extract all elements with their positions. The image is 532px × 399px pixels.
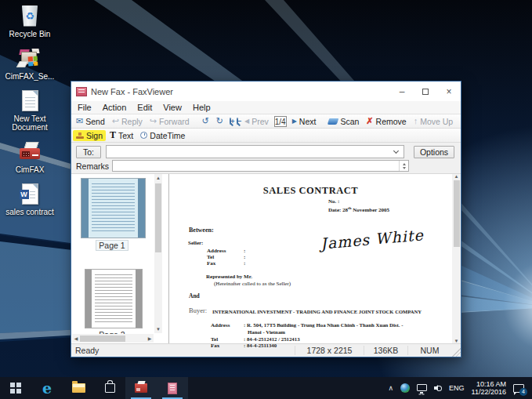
forward-button[interactable]: ↪Forward (147, 116, 193, 127)
maximize-button[interactable] (414, 82, 437, 101)
fax-document[interactable]: SALES CONTRACT No. : Date: 28th November… (169, 174, 452, 343)
rotate-right-icon: ↻ (216, 117, 223, 125)
edge-icon: e (42, 381, 52, 395)
scroll-up-icon[interactable]: ▲ (156, 174, 161, 182)
menu-bar: File Action Edit View Help (71, 101, 461, 114)
zoom-out-icon[interactable]: − (237, 118, 238, 125)
windows-logo-icon (10, 383, 21, 394)
menu-view[interactable]: View (163, 103, 182, 112)
zoom-in-icon[interactable]: + (230, 118, 231, 125)
scrollbar-thumb[interactable] (155, 183, 161, 252)
scrollbar-thumb[interactable] (80, 336, 125, 342)
taskbar-edge-button[interactable]: e (31, 377, 63, 399)
remove-button[interactable]: ✗Remove (363, 116, 409, 127)
doc-colon: : (244, 260, 245, 267)
menu-file[interactable]: File (78, 103, 92, 112)
speaker-icon[interactable] (434, 384, 442, 392)
display-icon[interactable] (417, 384, 427, 391)
send-button[interactable]: ✉Send (73, 116, 108, 127)
reply-button[interactable]: ↩Reply (109, 116, 146, 127)
next-icon: ▶ (292, 117, 297, 125)
move-up-icon: ↑ (414, 117, 418, 125)
doc-seller: Seller: (188, 240, 203, 246)
desktop: ♻ Recycle Bin CimFAX_Se... New Text Docu… (0, 0, 532, 399)
action-center-icon[interactable]: 4 (513, 384, 524, 393)
clock[interactable]: 10:16 AM 11/22/2016 (472, 380, 506, 396)
rotate-left-button[interactable]: ↺ (199, 116, 212, 126)
remarks-spinner[interactable] (399, 161, 408, 171)
language-indicator[interactable]: ENG (449, 384, 465, 392)
doc-date-line: Date: 28th November 2005 (328, 205, 389, 213)
taskbar-cimfax-button[interactable] (125, 377, 157, 399)
minimize-button[interactable]: – (390, 82, 414, 101)
doc-buyer-name: INTERNATIONAL INVESTMENT - TRADING AND F… (212, 309, 422, 315)
title-bar[interactable]: New Fax - FaxViewer – × (71, 82, 461, 101)
desktop-icon-list: ♻ Recycle Bin CimFAX_Se... New Text Docu… (2, 3, 58, 216)
remarks-row: Remarks (71, 160, 461, 173)
desktop-icon-label: Recycle Bin (9, 30, 51, 38)
document-panel: SALES CONTRACT No. : Date: 28th November… (169, 174, 461, 343)
desktop-icon-cimfax[interactable]: CimFAX (2, 139, 58, 174)
remarks-input[interactable] (112, 160, 409, 172)
desktop-icon-recycle-bin[interactable]: ♻ Recycle Bin (2, 3, 58, 38)
status-num-lock: NUM (407, 346, 451, 355)
scroll-right-icon[interactable]: ▶ (146, 336, 154, 341)
doc-seller-tel-label: Tel (207, 254, 214, 260)
doc-buyer-label: Buyer: (189, 307, 207, 314)
taskbar-file-explorer-button[interactable] (63, 377, 94, 399)
move-down-button[interactable]: ↓Move Do (457, 116, 461, 127)
doc-colon: : (244, 254, 245, 260)
text-document-icon (22, 90, 38, 111)
desktop-icon-sales-contract[interactable]: W sales contract (2, 181, 58, 216)
doc-buyer-fax-value: : 84-4-2511340 (244, 343, 277, 349)
taskbar-store-button[interactable] (94, 377, 125, 399)
recipient-combobox[interactable] (106, 145, 404, 158)
prev-page-button[interactable]: ◀Prev (241, 116, 272, 127)
move-down-icon: ↓ (460, 117, 461, 125)
network-status-icon[interactable] (400, 383, 410, 393)
thumbnail-scrollbar-horizontal[interactable]: ◀ ▶ (72, 334, 154, 343)
resize-grip[interactable] (451, 344, 461, 357)
datetime-button[interactable]: DateTime (137, 130, 188, 141)
text-button[interactable]: TText (107, 130, 136, 141)
desktop-icon-new-text-document[interactable]: New Text Document (2, 88, 58, 132)
scroll-down-icon[interactable]: ▼ (156, 325, 161, 333)
close-button[interactable]: × (437, 82, 461, 101)
menu-action[interactable]: Action (103, 103, 127, 112)
doc-between: Between: (189, 227, 214, 234)
recipient-row: To: Options (71, 143, 461, 160)
scroll-left-icon[interactable]: ◀ (72, 336, 80, 341)
desktop-icon-cimfax-setup[interactable]: CimFAX_Se... (2, 45, 58, 81)
menu-edit[interactable]: Edit (137, 103, 152, 112)
document-scrollbar-vertical[interactable]: ▲ ▼ (452, 174, 461, 343)
taskbar-faxviewer-button[interactable] (157, 377, 188, 399)
scan-icon (328, 118, 339, 125)
move-up-button[interactable]: ↑Move Up (411, 116, 457, 127)
next-page-button[interactable]: ▶Next (289, 116, 320, 127)
doc-buyer-tel-label: Tel (211, 336, 218, 343)
taskbar: e ∧ ENG 10:16 AM 11/22/2016 4 (0, 377, 532, 399)
options-button[interactable]: Options (414, 146, 454, 158)
scan-button[interactable]: Scan (325, 116, 362, 127)
installer-box-icon (20, 49, 40, 67)
tray-time: 10:16 AM (472, 380, 506, 388)
page-2-thumbnail[interactable] (85, 269, 143, 328)
scroll-down-icon[interactable]: ▼ (454, 339, 459, 343)
rotate-right-button[interactable]: ↻ (213, 116, 226, 126)
page-1-thumbnail[interactable] (81, 178, 146, 238)
to-button[interactable]: To: (76, 146, 101, 158)
menu-help[interactable]: Help (193, 103, 211, 112)
document-title: SALES CONTRACT (169, 187, 452, 194)
page-1-label[interactable]: Page 1 (73, 241, 151, 250)
prev-icon: ◀ (244, 117, 249, 125)
tray-chevron-up-icon[interactable]: ∧ (389, 384, 394, 392)
doc-buyer-fax-label: Fax (211, 343, 219, 349)
stamp-icon (76, 132, 84, 139)
thumbnail-scrollbar-vertical[interactable]: ▲ ▼ (154, 174, 162, 333)
sign-button[interactable]: Sign (73, 130, 106, 141)
start-button[interactable] (0, 377, 31, 399)
desktop-icon-label: sales contract (5, 208, 54, 216)
page-indicator[interactable]: 1/4 (274, 116, 287, 127)
scrollbar-thumb[interactable] (454, 180, 460, 247)
doc-no-line: No. : (328, 198, 339, 205)
